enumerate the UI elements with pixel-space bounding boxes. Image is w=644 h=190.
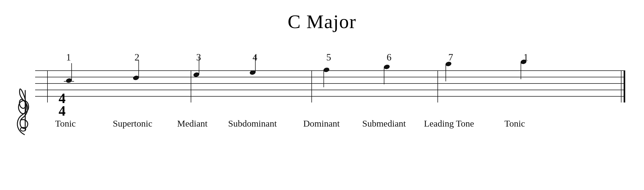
staff-line-5 <box>35 96 625 97</box>
degree-number-5: 5 <box>323 52 334 63</box>
time-denominator: 4 <box>59 105 66 117</box>
degree-number-6: 6 <box>384 52 395 63</box>
degree-number-7: 7 <box>446 52 456 63</box>
note-stem-C5 <box>521 62 521 79</box>
note-stem-A4 <box>384 67 384 84</box>
note-head-A4 <box>383 64 390 70</box>
note-stem-D4 <box>138 60 139 78</box>
staff-line-3 <box>35 83 625 84</box>
note-head-G4 <box>323 67 330 73</box>
barline-1 <box>191 70 191 102</box>
final-barline-thin <box>621 70 621 102</box>
note-stem-G4 <box>323 70 324 87</box>
time-numerator: 4 <box>59 92 66 105</box>
staff-line-4 <box>35 90 625 90</box>
degree-number-3: 3 <box>193 52 204 63</box>
degree-number-4: 4 <box>250 52 260 63</box>
music-notation: 4 4 12345671TonicSupertonicMediantSubdom… <box>14 49 631 161</box>
label-tonic-0: Tonic <box>55 119 76 129</box>
label-mediant-2: Mediant <box>177 119 208 129</box>
label-submediant-5: Submediant <box>362 119 406 129</box>
label-subdominant-3: Subdominant <box>228 119 277 129</box>
label-supertonic-1: Supertonic <box>113 119 152 129</box>
degree-number-1: 1 <box>63 52 74 63</box>
degree-number-2: 2 <box>132 52 142 63</box>
barline-2 <box>311 70 312 102</box>
label-dominant-4: Dominant <box>303 119 340 129</box>
note-stem-B4 <box>446 64 446 81</box>
barline-3 <box>437 70 438 102</box>
time-signature: 4 4 <box>59 92 66 117</box>
staff-area: 4 4 <box>14 70 631 102</box>
degree-number-8: 1 <box>521 52 531 63</box>
label-tonic-7: Tonic <box>505 119 525 129</box>
note-stem-C4 <box>71 63 72 81</box>
staff-line-1 <box>35 70 625 71</box>
ledger-line-C4 <box>64 81 74 82</box>
page-title: C Major <box>0 0 644 33</box>
opening-barline <box>47 70 48 102</box>
label-leading-tone-6: Leading Tone <box>424 119 474 129</box>
final-barline-thick <box>624 70 625 102</box>
staff-line-2 <box>35 77 625 77</box>
staff-lines: 4 4 <box>35 70 625 102</box>
